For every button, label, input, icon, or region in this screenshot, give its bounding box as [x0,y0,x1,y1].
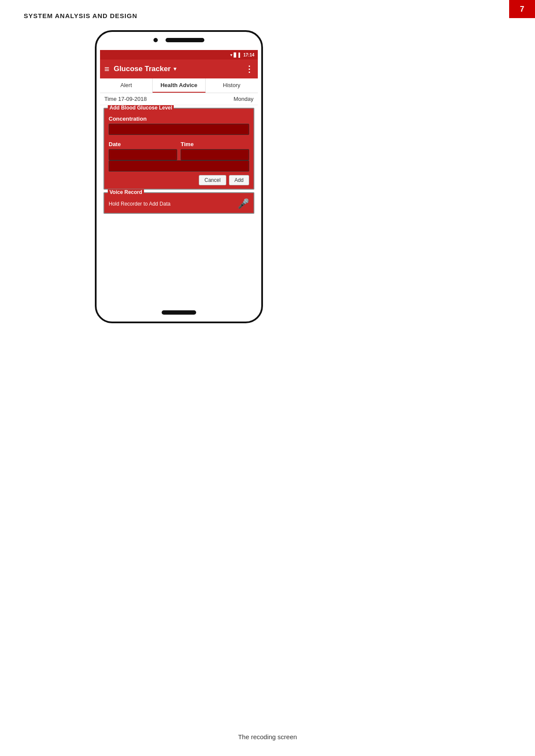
dropdown-arrow-icon[interactable]: ▼ [172,66,178,72]
tab-history[interactable]: History [206,78,258,93]
extra-input[interactable] [109,160,249,172]
tab-alert[interactable]: Alert [100,78,153,93]
phone-home-button[interactable] [162,310,196,315]
caption: The recoding screen [0,733,535,740]
voice-record-card: Voice Record Hold Recorder to Add Data 🎤 [103,192,254,214]
phone-bottom-bar [97,310,261,315]
date-label: Date [109,141,177,147]
extra-field [109,160,249,172]
card-buttons: Cancel Add [109,175,249,185]
signal-icon: ▊ [234,53,237,57]
phone-speaker [166,38,204,42]
status-bar: ▾ ▊ ▌ 17:14 [100,50,258,59]
phone-camera-dot [153,38,158,42]
phone-outer: ▾ ▊ ▌ 17:14 ≡ Glucose Tracker ▼ ⋮ Alert … [95,30,263,323]
battery-icon: ▌ [238,53,241,57]
glucose-card-title: Add Blood Glucose Level [108,105,174,111]
time-field: Time [181,137,249,160]
microphone-icon[interactable]: 🎤 [238,198,249,209]
date-left: Time 17-09-2018 [104,96,147,102]
date-field: Date [109,137,177,160]
time-input[interactable] [181,149,249,160]
status-time: 17:14 [243,53,254,57]
phone-top-bar [97,38,261,42]
phone-mockup: ▾ ▊ ▌ 17:14 ≡ Glucose Tracker ▼ ⋮ Alert … [95,30,263,323]
more-options-icon[interactable]: ⋮ [245,64,253,74]
date-input[interactable] [109,149,177,160]
concentration-label: Concentration [109,116,249,122]
app-title: Glucose Tracker ▼ [114,65,241,73]
page-header: SYSTEM ANALYSIS AND DESIGN [24,12,138,19]
glucose-card: Add Blood Glucose Level Concentration Da… [103,108,254,190]
add-button[interactable]: Add [229,175,249,185]
app-bar: ≡ Glucose Tracker ▼ ⋮ [100,59,258,78]
date-row: Time 17-09-2018 Monday [100,93,258,105]
time-label: Time [181,141,249,147]
cancel-button[interactable]: Cancel [199,175,226,185]
voice-instruction: Hold Recorder to Add Data [109,201,170,207]
date-right: Monday [234,96,253,102]
tab-health-advice[interactable]: Health Advice [153,78,205,93]
wifi-icon: ▾ [230,53,232,57]
phone-screen: ▾ ▊ ▌ 17:14 ≡ Glucose Tracker ▼ ⋮ Alert … [100,50,258,303]
voice-card-title: Voice Record [108,189,144,195]
app-title-text: Glucose Tracker [114,65,171,73]
status-icons: ▾ ▊ ▌ [230,53,241,57]
hamburger-icon[interactable]: ≡ [104,64,110,74]
main-content: Add Blood Glucose Level Concentration Da… [100,105,258,303]
page-number-badge: 7 [509,0,535,18]
concentration-input[interactable] [109,124,249,135]
tabs-bar: Alert Health Advice History [100,78,258,93]
date-time-row: Date Time [109,137,249,160]
